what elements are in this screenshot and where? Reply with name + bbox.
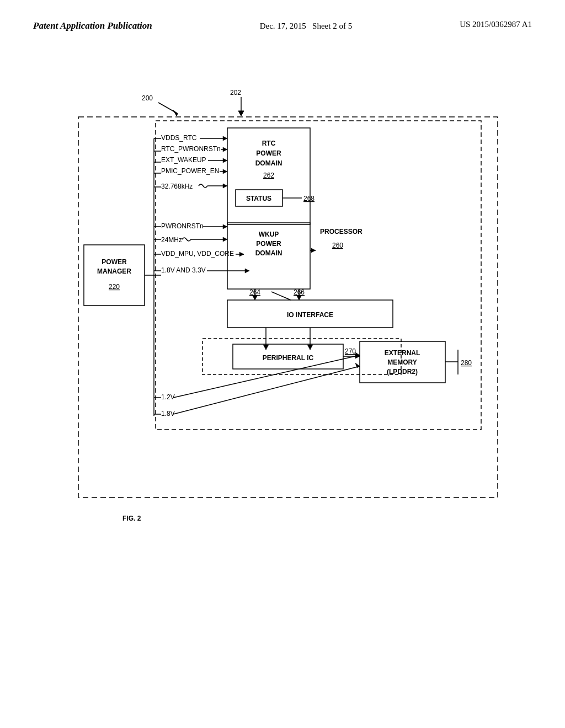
publication-title: Patent Application Publication [33,20,152,32]
publication-date-sheet: Dec. 17, 2015 Sheet 2 of 5 [260,20,352,33]
svg-line-14 [271,292,291,300]
wkup-text3: DOMAIN [255,249,282,257]
patent-number: US 2015/0362987 A1 [460,20,532,29]
peripheral-ic-text: PERIPHERAL IC [263,354,314,362]
vdd-mpu-label: VDD_MPU, VDD_CORE [161,250,234,258]
wave-24mhz-symbol [182,238,191,241]
arrow-to-io1 [252,295,258,300]
ref-200-label: 200 [142,94,153,102]
ext-mem-text2: MEMORY [387,358,417,366]
ext-wakeup-arrow [223,158,227,163]
rtc-text1: RTC [262,140,276,147]
power-manager-text1: POWER [102,258,127,266]
io-interface-text: IO INTERFACE [287,311,333,319]
power-manager-ref: 220 [109,283,120,291]
pwronrstn-arrow [223,224,227,229]
ref-202-label: 202 [230,89,241,97]
freq-32khz-arrow [223,184,227,188]
power-manager-box [84,245,145,306]
freq-24mhz-label: 24MHz [161,236,182,244]
figure-2-svg: text { font-family: Arial, Helvetica, sa… [45,77,520,573]
vdds-rtc-label: VDDS_RTC [161,134,197,142]
ext-mem-text1: EXTERNAL [385,349,420,357]
wkup-text2: POWER [256,240,281,248]
pmic-power-en-arrow [223,169,227,174]
wkup-ref: 260 [332,242,343,249]
outer-system-box [78,117,498,497]
page-header: Patent Application Publication Dec. 17, … [0,0,565,44]
v18-33-label: 1.8V AND 3.3V [161,266,206,274]
rtc-pwronrstn-label: RTC_PWRONRSTn [161,145,221,153]
fig-label: FIG. 2 [122,515,141,522]
processor-text1: PROCESSOR [320,228,363,235]
wave-32khz-symbol [199,184,207,188]
status-text: STATUS [246,195,271,202]
svg-marker-1 [173,110,178,116]
ref-270-label: 270 [345,347,356,355]
diagram-container: text { font-family: Arial, Helvetica, sa… [45,77,520,573]
wkup-to-processor-arrow [311,248,316,253]
vdds-rtc-arrow [223,136,227,141]
ext-wakeup-label: EXT_WAKEUP [161,156,206,164]
power-manager-text2: MANAGER [97,267,131,275]
freq-32khz-label: 32.768kHz [161,183,193,190]
rtc-ref: 262 [263,172,274,179]
svg-marker-3 [238,111,244,116]
svg-line-21 [173,366,360,414]
pwronrstn-label: PWRONRSTn [161,222,204,230]
vdd-mpu-arrow [239,252,244,256]
io-to-peripheral-arrow1 [263,345,269,350]
ref-268-label: 268 [303,195,315,202]
freq-24mhz-arrow [223,237,227,242]
pmic-power-en-label: PMIC_POWER_EN [161,167,219,175]
ext-mem-text3: (LPDDR2) [387,368,418,376]
io-to-peripheral-arrow2 [307,345,313,350]
rtc-text3: DOMAIN [255,159,282,167]
ref-280-label: 280 [461,359,472,367]
arrow-to-io2 [296,295,302,300]
rtc-text2: POWER [256,149,281,157]
v18-label: 1.8V [161,410,175,417]
v18-33-arrow [245,269,249,273]
wkup-text1: WKUP [259,231,279,238]
rtc-pwronrstn-arrow [223,147,227,152]
v12-label: 1.2V [161,393,175,401]
